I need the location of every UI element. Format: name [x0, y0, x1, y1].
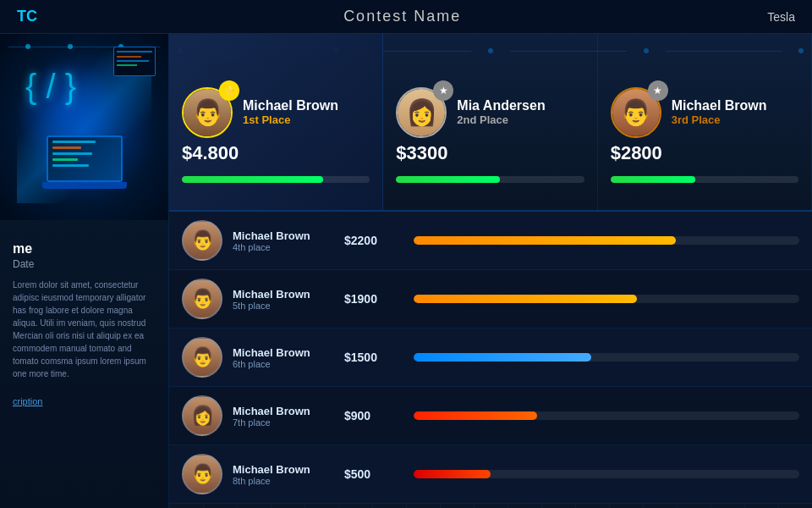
podium-prize-area-1: $4.800	[182, 142, 370, 183]
podium-name-1st: Michael Brown	[243, 98, 338, 113]
lb-name-6: Michael Brown	[233, 346, 334, 359]
podium-user-row-2: 👩 ★ Mia Andersen 2nd Place	[396, 87, 545, 138]
progress-section-2nd	[396, 176, 584, 183]
subscription-link[interactable]: cription	[13, 396, 42, 406]
avatar-container-3rd: 👨 ★	[611, 87, 661, 138]
progress-bar-fill-2nd	[396, 176, 499, 183]
rank-badge-2nd: ★	[433, 80, 453, 101]
lb-place-6: 6th place	[233, 359, 334, 369]
lb-bar-container-7	[414, 411, 799, 420]
podium-section: 👨 ⭐ Michael Brown 1st Place $4.800	[169, 34, 812, 212]
progress-section-3rd	[611, 176, 798, 183]
lb-bar-container-5	[414, 295, 799, 303]
lb-avatar-5: 👨	[182, 279, 222, 319]
lb-user-info-5: Michael Brown 5th place	[233, 288, 334, 311]
laptop-shape	[34, 135, 135, 203]
progress-section-1st	[182, 176, 370, 183]
podium-user-info-1st: Michael Brown 1st Place	[243, 98, 338, 126]
lb-place-4: 4th place	[233, 242, 334, 252]
lb-name-8: Michael Brown	[233, 463, 334, 476]
leaderboard-row: 👨 Michael Brown 4th place $2200	[169, 212, 812, 270]
lb-place-5: 5th place	[233, 301, 334, 311]
prize-amount-2nd: $3300	[396, 142, 447, 164]
date-label: Date	[13, 258, 156, 270]
description-text: Lorem dolor sit amet, consectetur adipis…	[13, 279, 156, 380]
lb-prize-5: $1900	[344, 292, 403, 306]
lb-prize-4: $2200	[344, 234, 403, 247]
podium-place-3rd: 3rd Place	[672, 113, 767, 126]
lb-avatar-4: 👨	[182, 220, 222, 261]
progress-bar-fill-3rd	[611, 176, 695, 183]
lb-bar-fill-8	[414, 470, 491, 478]
podium-prize-area-3: $2800	[611, 142, 798, 183]
lb-prize-6: $1500	[344, 351, 403, 364]
lb-bar-fill-5	[414, 295, 637, 303]
laptop-screen	[47, 135, 123, 182]
podium-user-row-1: 👨 ⭐ Michael Brown 1st Place	[182, 87, 338, 138]
podium-place-2nd: 2nd Place	[457, 113, 545, 126]
lb-prize-8: $500	[344, 467, 403, 481]
podium-place-1st: 1st Place	[243, 113, 338, 126]
left-panel: { / } me Date Lorem dolor sit amet, cons…	[0, 34, 169, 508]
code-line	[52, 158, 78, 161]
podium-user-row-3: 👨 ★ Michael Brown 3rd Place	[611, 87, 767, 138]
lb-place-8: 8th place	[233, 476, 334, 486]
lb-name-4: Michael Brown	[233, 229, 334, 242]
avatar-container-1st: 👨 ⭐	[182, 87, 233, 138]
podium-user-info-2nd: Mia Andersen 2nd Place	[457, 98, 545, 126]
podium-card-1st: 👨 ⭐ Michael Brown 1st Place $4.800	[169, 34, 383, 210]
contest-title: Contest Name	[343, 8, 461, 25]
lb-user-info-8: Michael Brown 8th place	[233, 463, 334, 486]
podium-prize-row-3: $2800	[611, 142, 798, 164]
lb-user-info-4: Michael Brown 4th place	[233, 229, 334, 252]
lb-name-5: Michael Brown	[233, 288, 334, 301]
podium-prize-row-1: $4.800	[182, 142, 370, 164]
lb-bar-fill-6	[414, 353, 591, 362]
rank-badge-3rd: ★	[648, 80, 668, 101]
leaderboard-row: 👨 Michael Brown 8th place $500	[169, 445, 812, 504]
header-right-text: Tesla	[767, 10, 795, 24]
lb-bar-container-8	[414, 470, 799, 478]
prize-amount-3rd: $2800	[611, 142, 662, 164]
lb-name-7: Michael Brown	[233, 405, 334, 417]
lb-avatar-6: 👨	[182, 337, 222, 378]
lb-bar-fill-4	[414, 236, 676, 245]
podium-card-2nd: 👩 ★ Mia Andersen 2nd Place $3300	[383, 34, 597, 210]
header: TC Contest Name Tesla	[0, 0, 812, 34]
podium-name-3rd: Michael Brown	[672, 98, 767, 113]
lb-bar-container-4	[414, 236, 799, 245]
logo: TC	[17, 8, 37, 25]
prize-amount-1st: $4.800	[182, 142, 239, 164]
leaderboard-row: 👨 Michael Brown 6th place $1500	[169, 329, 812, 387]
podium-user-info-3rd: Michael Brown 3rd Place	[672, 98, 767, 126]
progress-bar-bg-3rd	[611, 176, 798, 183]
app-name: me	[13, 241, 156, 257]
left-text-panel: me Date Lorem dolor sit amet, consectetu…	[0, 229, 168, 421]
lb-user-info-7: Michael Brown 7th place	[233, 405, 334, 428]
lb-avatar-8: 👨	[182, 454, 222, 494]
leaderboard-list: 👨 Michael Brown 4th place $2200 👨 Michae…	[169, 212, 812, 504]
lb-bar-fill-7	[414, 411, 537, 420]
podium-prize-row-2: $3300	[396, 142, 584, 164]
code-line	[52, 141, 96, 143]
podium-card-3rd: 👨 ★ Michael Brown 3rd Place $2800	[598, 34, 812, 210]
leaderboard-row: 👨 Michael Brown 5th place $1900	[169, 270, 812, 329]
podium-prize-area-2: $3300	[396, 142, 584, 183]
bracket-icon: { / }	[25, 68, 76, 106]
leaderboard-row: 👩 Michael Brown 7th place $900	[169, 387, 812, 445]
progress-bar-bg-1st	[182, 176, 370, 183]
tech-image: { / }	[0, 34, 168, 220]
lb-prize-7: $900	[344, 409, 403, 422]
lb-user-info-6: Michael Brown 6th place	[233, 346, 334, 369]
progress-bar-bg-2nd	[396, 176, 584, 183]
lb-avatar-7: 👩	[182, 395, 222, 436]
code-line	[52, 152, 92, 155]
code-line	[52, 146, 81, 149]
code-line	[52, 164, 89, 167]
laptop-base	[42, 182, 127, 189]
progress-bar-fill-1st	[182, 176, 323, 183]
lb-place-7: 7th place	[233, 417, 334, 428]
rank-badge-1st: ⭐	[219, 80, 239, 101]
main-content: 👨 ⭐ Michael Brown 1st Place $4.800	[169, 34, 812, 508]
lb-bar-container-6	[414, 353, 799, 362]
